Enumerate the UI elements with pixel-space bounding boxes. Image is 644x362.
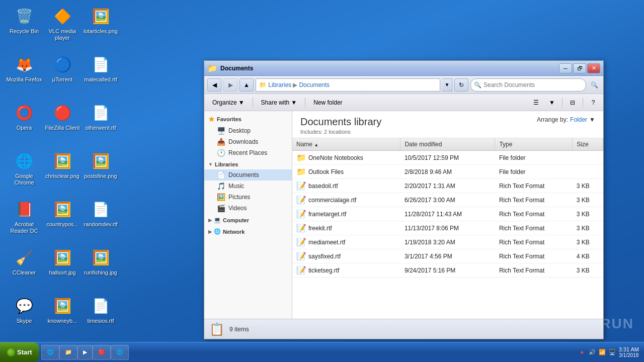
desktop-icon-ccleaner[interactable]: 🧹 CCleaner <box>4 245 44 278</box>
table-row[interactable]: 📁 Outlook Files 2/8/2018 9:46 AM File fo… <box>292 165 603 179</box>
desktop-icon-postsfine[interactable]: 🖼️ postsfine.png <box>80 149 121 182</box>
desktop-icon-utorrent[interactable]: 🔵 μTorrent <box>42 52 83 85</box>
nav-item-pictures[interactable]: 🖼️ Pictures <box>204 192 292 203</box>
nav-pane: ★ Favorites 🖥️ Desktop 📥 Downloads 🕐 Rec… <box>204 111 292 319</box>
desktop-icon-malecalled[interactable]: 📄 malecalled.rtf <box>80 52 121 85</box>
refresh-button[interactable]: ↻ <box>454 78 468 92</box>
icon-img-chrisclear: 🖼️ <box>52 151 72 171</box>
pictures-nav-label: Pictures <box>228 194 250 201</box>
table-row[interactable]: 📝 commercialage.rtf 6/26/2017 3:00 AM Ri… <box>292 193 603 207</box>
nav-item-music[interactable]: 🎵 Music <box>204 180 292 192</box>
icon-img-runfishing: 🖼️ <box>91 247 111 267</box>
desktop-icon-opera[interactable]: ⭕ Opera <box>4 101 44 133</box>
share-with-button[interactable]: Share with ▼ <box>256 96 302 109</box>
taskbar-ie[interactable]: 🌐 <box>41 345 59 360</box>
address-sep1: ▶ <box>293 81 297 88</box>
address-documents[interactable]: Documents <box>299 81 330 88</box>
search-submit-button[interactable]: 🔍 <box>588 79 600 91</box>
desktop-icon-runfishing[interactable]: 🖼️ runfishing.jpg <box>80 245 121 278</box>
desktop-icon-otherwent[interactable]: 📄 otherwent.rtf <box>80 101 121 133</box>
col-size[interactable]: Size <box>573 138 603 151</box>
close-button[interactable]: ✕ <box>587 63 600 73</box>
table-row[interactable]: 📝 saysfixed.rtf 3/1/2017 4:56 PM Rich Te… <box>292 249 603 263</box>
search-bar[interactable]: 🔍 <box>470 78 586 92</box>
desktop-icon-timesios[interactable]: 📄 timesios.rtf <box>80 294 121 326</box>
forward-button[interactable]: ▶ <box>223 78 237 92</box>
desktop-icon-chrisclear[interactable]: 🖼️ chrisclear.png <box>42 149 83 182</box>
new-folder-button[interactable]: New folder <box>308 96 347 109</box>
nav-item-desktop[interactable]: 🖥️ Desktop <box>204 125 292 136</box>
address-bar[interactable]: 📁 Libraries ▶ Documents <box>256 78 440 92</box>
title-bar-title: Documents <box>220 65 559 72</box>
desktop-icon-lotarticles[interactable]: 🖼️ lotarticles.png <box>80 4 121 37</box>
help-button[interactable]: ? <box>586 96 600 109</box>
file-icon-mediameet: 📝 <box>296 237 306 247</box>
desktop-nav-icon: 🖥️ <box>216 127 225 135</box>
taskbar-explorer[interactable]: 📁 <box>59 345 77 360</box>
desktop-icon-acrobat[interactable]: 📕 Acrobat Reader DC <box>4 197 44 236</box>
col-type[interactable]: Type <box>495 138 573 151</box>
view-toggle-button[interactable]: ☰ <box>529 96 543 109</box>
favorites-star-icon: ★ <box>208 115 215 123</box>
arrange-by-control[interactable]: Arrange by: Folder ▼ <box>537 116 595 123</box>
nav-item-downloads[interactable]: 📥 Downloads <box>204 136 292 147</box>
nav-network-header[interactable]: ▶ 🌐 Network <box>204 226 292 237</box>
desktop-icon-filezilla[interactable]: 🔴 FileZilla Client <box>42 101 83 133</box>
address-libraries[interactable]: Libraries <box>268 81 291 88</box>
organize-button[interactable]: Organize ▼ <box>207 96 250 109</box>
table-row[interactable]: 📝 ticketseg.rtf 9/24/2017 5:16 PM Rich T… <box>292 263 603 278</box>
taskbar-chrome[interactable]: 🌐 <box>111 345 129 360</box>
nav-item-recent-places[interactable]: 🕐 Recent Places <box>204 147 292 158</box>
nav-favorites-header[interactable]: ★ Favorites <box>204 113 292 125</box>
desktop-icon-vlc[interactable]: 🔶 VLC media player <box>42 4 83 43</box>
arrange-by-value[interactable]: Folder <box>570 116 587 123</box>
table-row[interactable]: 📝 frametarget.rtf 11/28/2017 11:43 AM Ri… <box>292 207 603 221</box>
documents-nav-label: Documents <box>228 171 259 178</box>
restore-button[interactable]: 🗗 <box>573 63 586 73</box>
view-dropdown-button[interactable]: ▼ <box>545 96 559 109</box>
table-row[interactable]: 📝 basedoil.rtf 2/20/2017 1:31 AM Rich Te… <box>292 179 603 193</box>
col-name[interactable]: Name ▲ <box>292 138 400 151</box>
desktop-icon-skype[interactable]: 💬 Skype <box>4 294 44 326</box>
desktop-icon-hallsort[interactable]: 🖼️ hallsort.jpg <box>42 245 83 278</box>
desktop-icon-recycle-bin[interactable]: 🗑️ Recycle Bin <box>4 4 44 37</box>
minimize-button[interactable]: ─ <box>559 63 572 73</box>
file-size-ticketseg: 3 KB <box>573 263 603 278</box>
table-row[interactable]: 📝 mediameet.rtf 1/19/2018 3:20 AM Rich T… <box>292 235 603 249</box>
search-input[interactable] <box>484 81 574 88</box>
nav-item-videos[interactable]: 🎬 Videos <box>204 203 292 214</box>
taskbar-items: 🌐 📁 ▶ 🔴 🌐 <box>39 345 574 360</box>
taskbar-norton[interactable]: 🔴 <box>93 345 111 360</box>
desktop-icon-knowneyb[interactable]: 🖼️ knowneyb... <box>42 294 83 326</box>
libraries-triangle-icon: ▼ <box>208 162 213 167</box>
file-type-saysfixed: Rich Text Format <box>495 249 573 263</box>
file-date-onenote: 10/5/2017 12:59 PM <box>400 151 495 165</box>
preview-pane-button[interactable]: ⊟ <box>566 96 580 109</box>
desktop-icon-chrome[interactable]: 🌐 Google Chrome <box>4 149 44 188</box>
file-type-commercialage: Rich Text Format <box>495 193 573 207</box>
desktop: 🗑️ Recycle Bin 🔶 VLC media player 🖼️ lot… <box>0 0 644 362</box>
nav-libraries-header[interactable]: ▼ Libraries <box>204 159 292 169</box>
file-date-mediameet: 1/19/2018 3:20 AM <box>400 235 495 249</box>
start-orb-icon <box>7 348 15 356</box>
up-button[interactable]: ▲ <box>239 78 254 92</box>
downloads-nav-label: Downloads <box>228 138 258 145</box>
taskbar-media[interactable]: ▶ <box>77 345 93 360</box>
file-name-cell-onenote: 📁 OneNote Notebooks <box>292 151 400 165</box>
computer-triangle-icon: ▶ <box>208 218 212 223</box>
back-button[interactable]: ◀ <box>207 78 221 92</box>
sort-arrow-name: ▲ <box>314 142 318 147</box>
table-row[interactable]: 📝 freekit.rtf 11/13/2017 8:06 PM Rich Te… <box>292 221 603 235</box>
desktop-icon-countrypos[interactable]: 🖼️ countrypos... <box>42 197 83 230</box>
col-date[interactable]: Date modified <box>400 138 495 151</box>
nav-computer-header[interactable]: ▶ 💻 Computer <box>204 215 292 225</box>
file-size-frametarget: 3 KB <box>573 207 603 221</box>
nav-item-documents[interactable]: 📄 Documents <box>204 169 292 180</box>
address-dropdown[interactable]: ▼ <box>442 78 452 92</box>
table-row[interactable]: 📁 OneNote Notebooks 10/5/2017 12:59 PM F… <box>292 151 603 165</box>
start-button[interactable]: Start <box>0 342 39 362</box>
icon-img-countrypos: 🖼️ <box>52 199 72 219</box>
desktop-icon-firefox[interactable]: 🦊 Mozilla Firefox <box>4 52 44 85</box>
desktop-icon-randomdev[interactable]: 📄 randomdev.rtf <box>80 197 121 230</box>
icon-label-hallsort: hallsort.jpg <box>44 269 80 276</box>
